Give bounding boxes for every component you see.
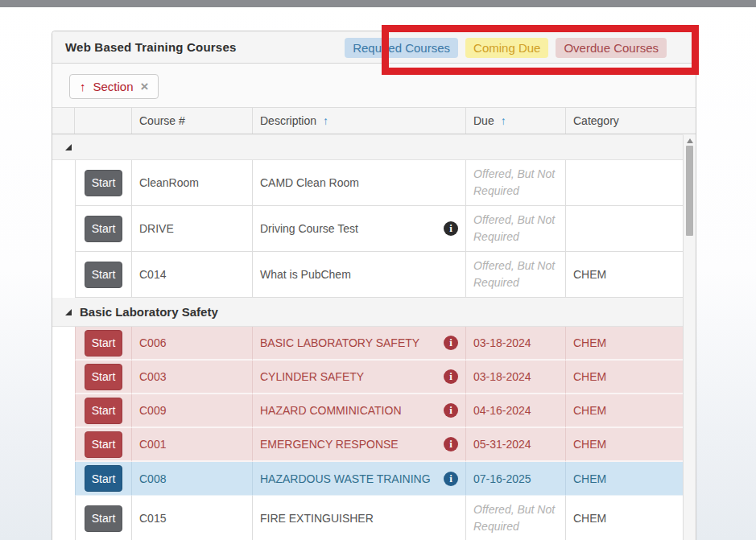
course-number: C001 bbox=[132, 428, 253, 462]
group-indent bbox=[52, 327, 75, 361]
legend-required-badge: Required Courses bbox=[345, 38, 458, 58]
header-course-number[interactable]: Course # bbox=[132, 108, 253, 134]
collapse-group-icon[interactable] bbox=[65, 309, 72, 315]
vertical-scrollbar[interactable] bbox=[683, 135, 696, 540]
group-indent bbox=[52, 160, 75, 206]
group-header-row[interactable]: Basic Laboratory Safety bbox=[52, 298, 684, 327]
course-number: DRIVE bbox=[132, 206, 253, 252]
group-label: Basic Laboratory Safety bbox=[80, 305, 218, 319]
course-description: Driving Course Test bbox=[260, 222, 358, 235]
group-indent bbox=[52, 462, 75, 496]
header-expand-column bbox=[52, 108, 75, 134]
course-description: EMERGENCY RESPONSE bbox=[260, 438, 399, 451]
info-icon[interactable]: i bbox=[444, 369, 458, 384]
due-value: 07-16-2025 bbox=[466, 462, 566, 496]
table-row: Start C003 CYLINDER SAFETY i 03-18-2024 … bbox=[52, 361, 684, 394]
group-indent bbox=[52, 394, 75, 428]
browser-top-bar bbox=[0, 0, 756, 7]
sort-ascending-icon: ↑ bbox=[323, 114, 328, 127]
start-button[interactable]: Start bbox=[85, 431, 123, 458]
group-indent bbox=[52, 206, 75, 252]
start-button[interactable]: Start bbox=[85, 262, 123, 288]
status-legend: Required Courses Coming Due Overdue Cour… bbox=[345, 38, 667, 58]
group-indent bbox=[52, 428, 75, 462]
start-button[interactable]: Start bbox=[85, 330, 123, 357]
table-row: Start C006 BASIC LABORATORY SAFETY i 03-… bbox=[52, 327, 684, 361]
due-value: Offered, But Not Required bbox=[473, 501, 565, 535]
page-title: Web Based Training Courses bbox=[65, 40, 236, 54]
category-value: CHEM bbox=[566, 496, 684, 540]
category-value: CHEM bbox=[566, 361, 684, 394]
page: { "page": { "title": "Web Based Training… bbox=[0, 0, 756, 540]
group-indent bbox=[52, 252, 75, 298]
header-category[interactable]: Category bbox=[566, 108, 684, 134]
remove-chip-icon[interactable]: × bbox=[141, 80, 149, 93]
table-row: Start C015 FIRE EXTINGUISHER Offered, Bu… bbox=[52, 496, 684, 540]
course-description: BASIC LABORATORY SAFETY bbox=[260, 336, 419, 349]
table-row: Start C014 What is PubChem Offered, But … bbox=[52, 252, 684, 298]
group-header-row[interactable] bbox=[52, 134, 684, 160]
panel-header: Web Based Training Courses Required Cour… bbox=[52, 31, 696, 64]
course-description: HAZARD COMMINICATION bbox=[260, 404, 402, 417]
due-value: 03-18-2024 bbox=[466, 361, 566, 394]
group-indent bbox=[52, 496, 75, 540]
course-number: C006 bbox=[132, 327, 253, 361]
due-value: 03-18-2024 bbox=[466, 327, 566, 361]
course-number: C008 bbox=[132, 462, 253, 496]
category-value bbox=[566, 160, 684, 206]
table-row: Start CleanRoom CAMD Clean Room Offered,… bbox=[52, 160, 684, 206]
start-button[interactable]: Start bbox=[85, 364, 123, 390]
due-value: 05-31-2024 bbox=[466, 428, 566, 462]
info-icon[interactable]: i bbox=[444, 221, 458, 236]
scroll-up-icon[interactable] bbox=[687, 138, 693, 143]
due-value: Offered, But Not Required bbox=[473, 258, 565, 291]
grouping-toolbar: ↑ Section × bbox=[52, 64, 696, 108]
table-row: Start C008 HAZARDOUS WASTE TRAINING i 07… bbox=[52, 462, 684, 496]
due-value: Offered, But Not Required bbox=[473, 166, 565, 200]
course-description: CYLINDER SAFETY bbox=[260, 370, 364, 383]
sort-ascending-icon: ↑ bbox=[80, 80, 86, 93]
category-value: CHEM bbox=[566, 428, 684, 462]
table-body: Start CleanRoom CAMD Clean Room Offered,… bbox=[52, 134, 684, 540]
due-value: Offered, But Not Required bbox=[473, 212, 565, 245]
course-number: C003 bbox=[132, 361, 253, 394]
section-group-chip[interactable]: ↑ Section × bbox=[69, 74, 159, 99]
info-icon[interactable]: i bbox=[444, 336, 458, 350]
start-button[interactable]: Start bbox=[85, 465, 123, 492]
sort-ascending-icon: ↑ bbox=[501, 114, 506, 127]
collapse-group-icon[interactable] bbox=[65, 144, 72, 150]
category-value: CHEM bbox=[566, 462, 684, 496]
course-description: CAMD Clean Room bbox=[260, 176, 359, 189]
header-description[interactable]: Description ↑ bbox=[253, 108, 466, 134]
category-value: CHEM bbox=[566, 252, 684, 298]
table-row: Start DRIVE Driving Course Test i Offere… bbox=[52, 206, 684, 252]
header-action-column bbox=[75, 108, 132, 134]
course-description: What is PubChem bbox=[260, 268, 351, 281]
training-courses-panel: Web Based Training Courses Required Cour… bbox=[52, 31, 696, 540]
header-due[interactable]: Due ↑ bbox=[466, 108, 566, 134]
start-button[interactable]: Start bbox=[85, 170, 123, 196]
table-header-row: Course # Description ↑ Due ↑ Category bbox=[52, 108, 696, 134]
course-number: C015 bbox=[132, 496, 253, 540]
course-number: C009 bbox=[132, 394, 253, 428]
category-value: CHEM bbox=[566, 327, 684, 361]
category-value bbox=[566, 206, 684, 252]
course-description: HAZARDOUS WASTE TRAINING bbox=[260, 472, 431, 485]
info-icon[interactable]: i bbox=[444, 403, 458, 418]
legend-overdue-badge: Overdue Courses bbox=[556, 38, 667, 58]
table-row: Start C009 HAZARD COMMINICATION i 04-16-… bbox=[52, 394, 684, 428]
start-button[interactable]: Start bbox=[85, 216, 123, 242]
info-icon[interactable]: i bbox=[444, 472, 458, 486]
table-row: Start C001 EMERGENCY RESPONSE i 05-31-20… bbox=[52, 428, 684, 462]
group-indent bbox=[52, 361, 75, 394]
course-number: C014 bbox=[132, 252, 253, 298]
course-description: FIRE EXTINGUISHER bbox=[260, 512, 374, 525]
chip-label: Section bbox=[93, 80, 134, 93]
course-number: CleanRoom bbox=[132, 160, 253, 206]
due-value: 04-16-2024 bbox=[466, 394, 566, 428]
scrollbar-thumb[interactable] bbox=[686, 146, 693, 236]
start-button[interactable]: Start bbox=[85, 398, 123, 424]
info-icon[interactable]: i bbox=[444, 437, 458, 451]
legend-coming-due-badge: Coming Due bbox=[465, 38, 548, 58]
start-button[interactable]: Start bbox=[85, 505, 123, 532]
